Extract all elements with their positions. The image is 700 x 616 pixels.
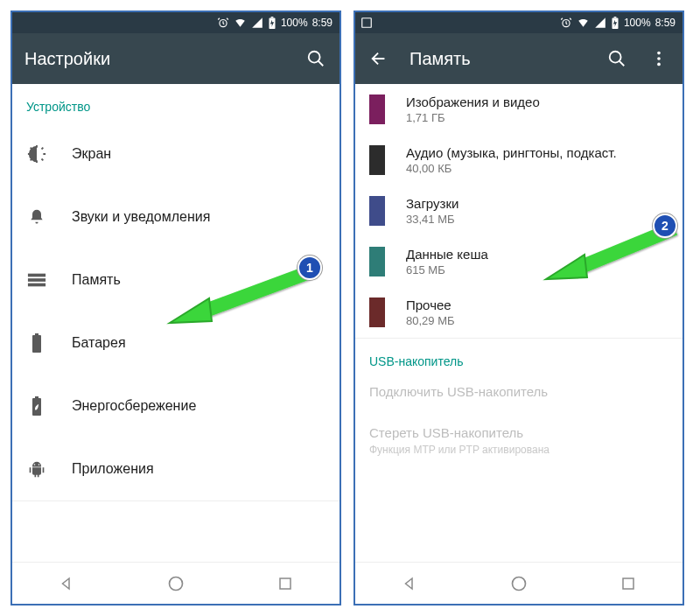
battery-pct: 100%	[281, 17, 308, 29]
nav-back[interactable]	[400, 574, 419, 593]
search-button[interactable]	[606, 47, 628, 70]
bell-icon	[26, 206, 47, 228]
category-value: 80,29 МБ	[406, 314, 455, 327]
category-label: Аудио (музыка, рингтоны, подкаст.	[406, 145, 617, 160]
row-battery[interactable]: Батарея	[12, 312, 340, 374]
divider	[12, 500, 340, 501]
app-bar: Настройки	[12, 33, 340, 84]
color-swatch	[369, 298, 385, 327]
category-label: Данные кеша	[406, 247, 488, 262]
category-label: Изображения и видео	[406, 94, 540, 109]
gallery-indicator-icon	[360, 17, 373, 29]
search-icon	[607, 49, 626, 68]
annotation-badge: 1	[298, 256, 322, 280]
wifi-icon	[577, 17, 590, 29]
cat-images[interactable]: Изображения и видео 1,71 ГБ	[355, 84, 682, 135]
row-label: Приложения	[72, 461, 154, 477]
battery-icon	[611, 17, 620, 29]
svg-rect-8	[35, 333, 38, 335]
category-value: 33,41 МБ	[406, 213, 458, 226]
svg-rect-18	[362, 18, 372, 28]
nav-home[interactable]	[509, 574, 528, 593]
svg-point-13	[34, 464, 36, 466]
wifi-icon	[234, 17, 247, 29]
category-label: Загрузки	[406, 196, 458, 211]
leaf-battery-icon	[26, 396, 47, 416]
nav-bar	[12, 562, 340, 604]
color-swatch	[369, 247, 385, 276]
category-value: 615 МБ	[406, 263, 488, 276]
nav-recent[interactable]	[276, 574, 295, 593]
cat-audio[interactable]: Аудио (музыка, рингтоны, подкаст. 40,00 …	[355, 135, 682, 186]
row-label: Экран	[72, 146, 111, 162]
settings-list: Устройство Экран Звуки и уведомления Пам…	[12, 84, 340, 562]
alarm-icon	[560, 17, 572, 29]
category-label: Прочее	[406, 298, 455, 312]
alarm-icon	[217, 17, 229, 29]
arrow-back-icon	[369, 49, 388, 68]
back-button[interactable]	[368, 47, 390, 70]
row-label: Энергосбережение	[72, 398, 196, 414]
svg-rect-17	[280, 578, 290, 589]
cat-cache[interactable]: Данные кеша 615 МБ	[355, 236, 682, 287]
battery-pct: 100%	[624, 17, 651, 29]
svg-rect-2	[271, 17, 274, 18]
brightness-icon	[26, 144, 47, 164]
svg-point-23	[657, 52, 661, 55]
app-bar: Память	[355, 33, 682, 84]
annotation-badge: 2	[653, 214, 677, 238]
row-display[interactable]: Экран	[12, 122, 340, 186]
section-usb: USB-накопитель	[355, 339, 682, 374]
status-bar: 100% 8:59	[355, 12, 682, 33]
battery-icon	[26, 332, 47, 354]
color-swatch	[369, 94, 385, 124]
nav-back[interactable]	[57, 574, 76, 593]
row-power[interactable]: Энергосбережение	[12, 374, 340, 438]
svg-point-22	[610, 52, 621, 63]
category-value: 1,71 ГБ	[406, 111, 540, 124]
svg-point-24	[657, 57, 661, 60]
status-bar: 100% 8:59	[12, 12, 340, 33]
row-label: Память	[72, 272, 121, 288]
page-title: Память	[410, 49, 586, 69]
search-button[interactable]	[304, 47, 327, 70]
clock: 8:59	[312, 17, 332, 29]
settings-screen: 100% 8:59 Настройки Устройство Экран Зву…	[10, 10, 341, 606]
svg-rect-28	[623, 578, 634, 589]
svg-point-14	[38, 464, 40, 466]
signal-icon	[594, 17, 606, 29]
row-storage[interactable]: Память	[12, 248, 340, 312]
cat-other[interactable]: Прочее 80,29 МБ	[355, 287, 682, 338]
cat-downloads[interactable]: Загрузки 33,41 МБ	[355, 186, 682, 236]
clock: 8:59	[655, 17, 676, 29]
row-label: Звуки и уведомления	[72, 209, 210, 225]
usb-note: Функция MTP или PTP активирована	[355, 444, 682, 456]
more-vert-icon	[649, 49, 668, 68]
section-device: Устройство	[12, 84, 340, 122]
overflow-button[interactable]	[648, 47, 670, 70]
signal-icon	[251, 17, 263, 29]
color-swatch	[369, 196, 385, 226]
storage-screen: 100% 8:59 Память Изображения и видео 1,7…	[354, 10, 684, 606]
storage-list: Изображения и видео 1,71 ГБ Аудио (музык…	[355, 84, 682, 562]
svg-point-3	[309, 52, 320, 63]
svg-point-16	[169, 577, 182, 590]
color-swatch	[369, 145, 385, 175]
storage-icon	[26, 270, 47, 290]
category-value: 40,00 КБ	[406, 162, 617, 175]
svg-point-27	[512, 577, 525, 590]
svg-rect-11	[35, 396, 38, 398]
usb-mount: Подключить USB-накопитель	[355, 374, 682, 410]
svg-point-25	[657, 63, 661, 66]
nav-home[interactable]	[166, 574, 186, 593]
row-label: Батарея	[72, 335, 126, 351]
svg-rect-7	[28, 284, 46, 287]
android-icon	[26, 458, 47, 480]
svg-rect-21	[614, 17, 617, 18]
row-apps[interactable]: Приложения	[12, 438, 340, 500]
nav-recent[interactable]	[619, 574, 638, 593]
battery-icon	[268, 17, 276, 29]
page-title: Настройки	[24, 49, 285, 69]
row-sound[interactable]: Звуки и уведомления	[12, 186, 340, 248]
search-icon	[306, 49, 326, 68]
